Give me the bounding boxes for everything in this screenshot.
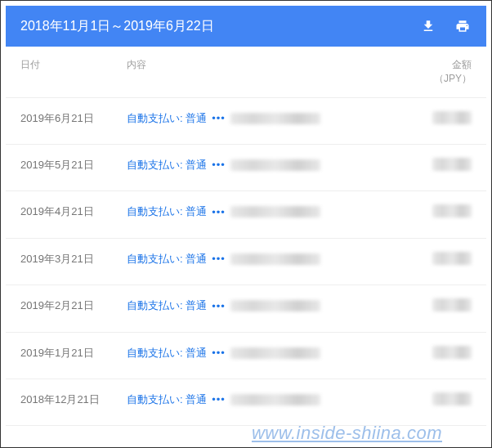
table-row[interactable]: 2019年2月21日自動支払い: 普通•••	[6, 285, 486, 332]
ellipsis-icon: •••	[212, 206, 226, 218]
redacted-amount	[432, 111, 472, 124]
redacted-content	[230, 347, 320, 359]
payment-link[interactable]: 自動支払い: 普通	[127, 392, 207, 407]
row-date: 2019年3月21日	[20, 252, 127, 267]
payment-link[interactable]: 自動支払い: 普通	[127, 111, 207, 126]
redacted-amount	[432, 252, 472, 265]
redacted-amount	[432, 392, 472, 405]
row-content: 自動支払い: 普通•••	[127, 252, 398, 267]
table-row[interactable]: 2019年5月21日自動支払い: 普通•••	[6, 145, 486, 191]
redacted-amount	[432, 204, 472, 217]
payment-link[interactable]: 自動支払い: 普通	[127, 158, 207, 172]
row-content: 自動支払い: 普通•••	[127, 111, 398, 126]
row-amount	[398, 298, 472, 316]
print-button[interactable]	[454, 17, 472, 35]
table-row[interactable]: 2019年1月21日自動支払い: 普通•••	[6, 333, 486, 379]
row-content: 自動支払い: 普通•••	[127, 346, 398, 361]
date-range-title: 2018年11月1日～2019年6月22日	[20, 18, 214, 35]
row-amount	[398, 392, 472, 410]
redacted-content	[230, 253, 320, 265]
redacted-amount	[432, 346, 472, 359]
column-content-header: 内容	[127, 58, 398, 86]
date-range-header: 2018年11月1日～2019年6月22日	[6, 6, 486, 47]
table-header: 日付 内容 金額 （JPY）	[6, 47, 486, 98]
payment-link[interactable]: 自動支払い: 普通	[127, 298, 207, 313]
ellipsis-icon: •••	[212, 393, 226, 405]
amount-label: 金額	[452, 59, 472, 70]
payment-link[interactable]: 自動支払い: 普通	[127, 346, 207, 361]
row-amount	[398, 111, 472, 129]
row-date: 2019年1月21日	[20, 346, 127, 361]
row-content: 自動支払い: 普通•••	[127, 158, 398, 172]
payment-link[interactable]: 自動支払い: 普通	[127, 252, 207, 267]
column-amount-header: 金額 （JPY）	[398, 58, 472, 86]
ellipsis-icon: •••	[212, 159, 226, 171]
redacted-amount	[432, 158, 472, 171]
row-amount	[398, 204, 472, 222]
ellipsis-icon: •••	[212, 112, 226, 124]
ellipsis-icon: •••	[212, 347, 226, 359]
row-amount	[398, 346, 472, 364]
redacted-content	[230, 300, 320, 311]
redacted-content	[230, 113, 320, 124]
ellipsis-icon: •••	[212, 253, 226, 265]
redacted-content	[230, 159, 320, 171]
row-content: 自動支払い: 普通•••	[127, 298, 398, 313]
download-button[interactable]	[419, 17, 437, 35]
row-content: 自動支払い: 普通•••	[127, 392, 398, 407]
redacted-amount	[432, 298, 472, 311]
print-icon	[455, 19, 470, 34]
row-content: 自動支払い: 普通•••	[127, 204, 398, 219]
ellipsis-icon: •••	[212, 300, 226, 312]
row-date: 2019年5月21日	[20, 158, 127, 172]
table-row[interactable]: 2019年3月21日自動支払い: 普通•••	[6, 239, 486, 285]
amount-currency: （JPY）	[434, 73, 472, 84]
table-row[interactable]: 2018年12月21日自動支払い: 普通•••	[6, 379, 486, 426]
row-date: 2019年2月21日	[20, 298, 127, 313]
column-date-header: 日付	[20, 58, 127, 86]
table-row[interactable]: 2019年6月21日自動支払い: 普通•••	[6, 98, 486, 145]
row-date: 2018年12月21日	[20, 392, 127, 407]
header-actions	[419, 17, 472, 35]
row-date: 2019年6月21日	[20, 111, 127, 126]
download-icon	[421, 19, 436, 34]
table-row[interactable]: 2019年4月21日自動支払い: 普通•••	[6, 191, 486, 238]
redacted-content	[230, 206, 320, 217]
payment-link[interactable]: 自動支払い: 普通	[127, 204, 207, 219]
redacted-content	[230, 394, 320, 405]
row-amount	[398, 158, 472, 176]
row-date: 2019年4月21日	[20, 204, 127, 219]
row-amount	[398, 252, 472, 270]
